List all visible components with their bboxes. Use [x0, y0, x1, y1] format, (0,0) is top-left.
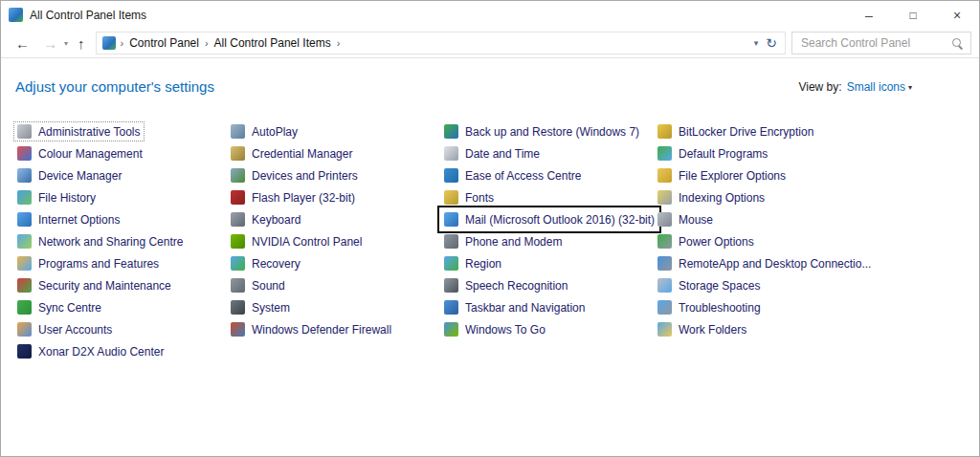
forward-button[interactable]: →	[36, 36, 64, 51]
up-button[interactable]: ↑	[71, 36, 92, 51]
item-label: Security and Maintenance	[38, 279, 171, 293]
control-panel-item[interactable]: Devices and Printers	[229, 164, 360, 186]
control-panel-item[interactable]: Fonts	[442, 186, 496, 208]
bitlocker-drive-encryption-icon	[657, 124, 672, 139]
search-icon[interactable]	[951, 37, 964, 50]
control-panel-item[interactable]: Taskbar and Navigation	[442, 296, 587, 318]
item-label: Phone and Modem	[465, 235, 562, 249]
control-panel-item[interactable]: User Accounts	[15, 318, 114, 340]
control-panel-item[interactable]: Administrative Tools	[15, 120, 143, 142]
control-panel-item[interactable]: Keyboard	[229, 208, 302, 230]
control-panel-item[interactable]: Internet Options	[15, 208, 122, 230]
control-panel-item[interactable]: Indexing Options	[656, 186, 767, 208]
phone-and-modem-icon	[444, 234, 458, 249]
item-label: Administrative Tools	[38, 125, 141, 139]
search-input[interactable]	[799, 35, 951, 51]
control-panel-item[interactable]: Flash Player (32-bit)	[229, 186, 357, 208]
item-label: Fonts	[465, 191, 494, 205]
control-panel-item[interactable]: Default Programs	[656, 142, 769, 164]
date-and-time-icon	[444, 146, 458, 161]
control-panel-item[interactable]: Sync Centre	[15, 296, 103, 318]
control-panel-item[interactable]: Device Manager	[15, 164, 123, 186]
control-panel-item[interactable]: Phone and Modem	[442, 230, 564, 252]
recovery-icon	[231, 256, 245, 271]
window-controls: – □ ×	[847, 1, 979, 29]
control-panel-item[interactable]: RemoteApp and Desktop Connectio...	[656, 252, 873, 274]
remoteapp-icon	[657, 256, 672, 271]
close-button[interactable]: ×	[935, 1, 979, 29]
network-and-sharing-centre-icon	[17, 234, 32, 249]
control-panel-item[interactable]: Troubleshooting	[656, 296, 763, 318]
file-explorer-options-icon	[657, 168, 672, 183]
work-folders-icon	[657, 322, 672, 337]
control-panel-item[interactable]: Power Options	[656, 230, 756, 252]
control-panel-item[interactable]: Windows To Go	[442, 318, 547, 340]
item-label: NVIDIA Control Panel	[252, 235, 362, 249]
item-label: Device Manager	[38, 169, 122, 183]
control-panel-item[interactable]: Programs and Features	[15, 252, 161, 274]
control-panel-item[interactable]: Credential Manager	[229, 142, 354, 164]
control-panel-item[interactable]: System	[229, 296, 292, 318]
control-panel-item[interactable]: Storage Spaces	[656, 274, 762, 296]
control-panel-item[interactable]: NVIDIA Control Panel	[229, 230, 364, 252]
control-panel-item[interactable]: Back up and Restore (Windows 7)	[442, 120, 641, 142]
control-panel-icon	[9, 8, 23, 22]
breadcrumb-control-panel[interactable]: Control Panel	[124, 36, 204, 50]
control-panel-item[interactable]: Ease of Access Centre	[442, 164, 583, 186]
security-and-maintenance-icon	[17, 278, 32, 293]
view-by-dropdown[interactable]: Small icons ▾	[847, 80, 912, 94]
control-panel-item[interactable]: Mail (Microsoft Outlook 2016) (32-bit)	[442, 208, 657, 230]
control-panel-item[interactable]: Region	[442, 252, 503, 274]
item-label: Flash Player (32-bit)	[252, 191, 355, 205]
item-label: Back up and Restore (Windows 7)	[465, 125, 639, 139]
item-label: Date and Time	[465, 147, 540, 161]
control-panel-window: All Control Panel Items – □ × ← → ▾ ↑ › …	[0, 0, 980, 457]
item-label: User Accounts	[38, 323, 112, 337]
mail-icon	[444, 212, 458, 227]
control-panel-item[interactable]: Colour Management	[15, 142, 145, 164]
refresh-icon[interactable]: ↻	[766, 35, 777, 51]
breadcrumb-all-control-panel-items[interactable]: All Control Panel Items	[210, 36, 336, 50]
control-panel-items-grid: Administrative ToolsColour ManagementDev…	[1, 95, 979, 362]
control-panel-item[interactable]: Security and Maintenance	[15, 274, 173, 296]
indexing-options-icon	[657, 190, 672, 205]
control-panel-item[interactable]: Work Folders	[656, 318, 748, 340]
address-dropdown-icon[interactable]: ▾	[754, 38, 759, 48]
control-panel-item[interactable]: Network and Sharing Centre	[15, 230, 185, 252]
control-panel-item[interactable]: File Explorer Options	[656, 164, 788, 186]
items-column: Back up and Restore (Windows 7)Date and …	[442, 120, 656, 362]
system-icon	[231, 300, 245, 315]
item-label: Keyboard	[252, 213, 301, 227]
control-panel-item[interactable]: AutoPlay	[229, 120, 300, 142]
taskbar-and-navigation-icon	[444, 300, 458, 315]
windows-to-go-icon	[444, 322, 458, 337]
windows-defender-firewall-icon	[231, 322, 245, 337]
storage-spaces-icon	[657, 278, 672, 293]
devices-and-printers-icon	[231, 168, 245, 183]
history-dropdown-icon[interactable]: ▾	[64, 39, 71, 48]
control-panel-item[interactable]: Recovery	[229, 252, 302, 274]
items-column: Administrative ToolsColour ManagementDev…	[15, 120, 229, 362]
control-panel-item[interactable]: Xonar D2X Audio Center	[15, 340, 166, 362]
control-panel-item[interactable]: BitLocker Drive Encryption	[656, 120, 815, 142]
item-label: Devices and Printers	[252, 169, 358, 183]
control-panel-item[interactable]: Windows Defender Firewall	[229, 318, 393, 340]
item-label: Troubleshooting	[679, 301, 761, 315]
item-label: BitLocker Drive Encryption	[679, 125, 813, 139]
xonar-d2x-audio-center-icon	[17, 344, 32, 359]
address-bar[interactable]: › Control Panel › All Control Panel Item…	[96, 32, 786, 54]
item-label: Power Options	[679, 235, 754, 249]
maximize-button[interactable]: □	[891, 1, 935, 29]
minimize-button[interactable]: –	[847, 1, 891, 29]
sound-icon	[231, 278, 245, 293]
back-button[interactable]: ←	[9, 36, 36, 51]
item-label: Storage Spaces	[679, 279, 760, 293]
control-panel-item[interactable]: File History	[15, 186, 98, 208]
control-panel-item[interactable]: Mouse	[656, 208, 715, 230]
item-label: Network and Sharing Centre	[38, 235, 183, 249]
control-panel-item[interactable]: Date and Time	[442, 142, 542, 164]
item-label: AutoPlay	[252, 125, 298, 139]
view-by-label: View by:	[798, 80, 841, 94]
control-panel-item[interactable]: Sound	[229, 274, 287, 296]
control-panel-item[interactable]: Speech Recognition	[442, 274, 569, 296]
